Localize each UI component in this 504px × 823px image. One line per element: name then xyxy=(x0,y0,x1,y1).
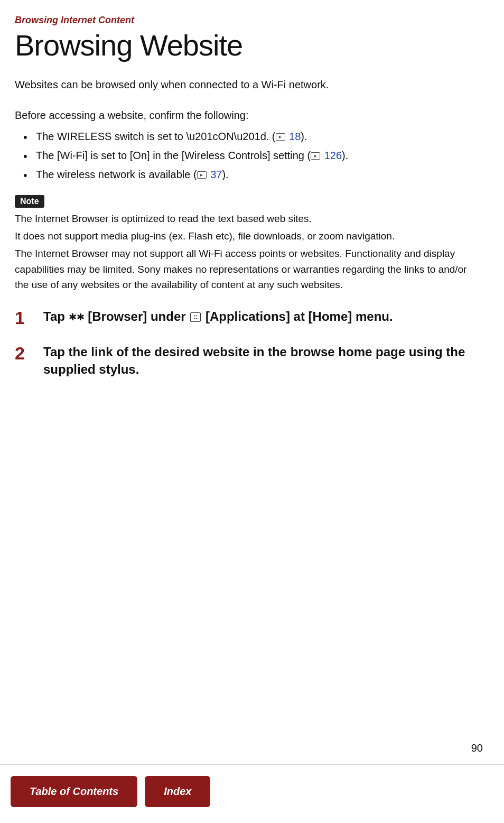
step-1: 1 Tap ✱✱ [Browser] under ☷ [Applications… xyxy=(15,308,483,328)
note-line-2: It does not support media plug-ins (ex. … xyxy=(15,228,483,244)
ref-icon-1: ► xyxy=(276,133,285,141)
index-button[interactable]: Index xyxy=(145,776,210,807)
bullet-text-1: The WIRELESS switch is set to \u201cON\u… xyxy=(36,131,307,142)
link-ref-3[interactable]: 37 xyxy=(210,169,222,180)
page-number: 90 xyxy=(471,742,483,754)
list-item: The WIRELESS switch is set to \u201cON\u… xyxy=(25,128,483,144)
note-section: Note The Internet Browser is optimized t… xyxy=(15,195,483,293)
steps-section: 1 Tap ✱✱ [Browser] under ☷ [Applications… xyxy=(15,308,483,378)
step-number-1: 1 xyxy=(15,308,38,328)
list-item: The [Wi-Fi] is set to [On] in the [Wirel… xyxy=(25,147,483,163)
intro-text: Websites can be browsed only when connec… xyxy=(15,77,483,93)
divider-line xyxy=(0,764,504,765)
list-item: The wireless network is available (► 37)… xyxy=(25,167,483,182)
breadcrumb: Browsing Internet Content xyxy=(15,15,483,26)
step-number-2: 2 xyxy=(15,343,38,364)
page-container: Browsing Internet Content Browsing Websi… xyxy=(0,0,504,823)
note-line-3: The Internet Browser may not support all… xyxy=(15,246,483,292)
ref-icon-3: ► xyxy=(197,171,207,179)
note-line-1: The Internet Browser is optimized to rea… xyxy=(15,211,483,226)
step-text-2: Tap the link of the desired website in t… xyxy=(43,343,483,378)
step-2: 2 Tap the link of the desired website in… xyxy=(15,343,483,378)
link-ref-1[interactable]: 18 xyxy=(289,131,301,142)
ref-icon-2: ► xyxy=(311,152,320,160)
bullet-list: The WIRELESS switch is set to \u201cON\u… xyxy=(15,128,483,182)
step-text-1: Tap ✱✱ [Browser] under ☷ [Applications] … xyxy=(43,308,393,326)
browser-icon: ✱✱ xyxy=(69,312,85,322)
prereq-intro: Before accessing a website, confirm the … xyxy=(15,107,483,123)
page-title: Browsing Website xyxy=(15,29,483,62)
bullet-text-3: The wireless network is available (► 37)… xyxy=(36,169,229,180)
bullet-text-2: The [Wi-Fi] is set to [On] in the [Wirel… xyxy=(36,150,348,161)
link-ref-2[interactable]: 126 xyxy=(324,150,342,161)
bottom-nav: Table of Contents Index xyxy=(0,776,218,807)
toc-button[interactable]: Table of Contents xyxy=(11,776,137,807)
note-badge: Note xyxy=(15,195,44,208)
app-icon: ☷ xyxy=(190,312,201,322)
